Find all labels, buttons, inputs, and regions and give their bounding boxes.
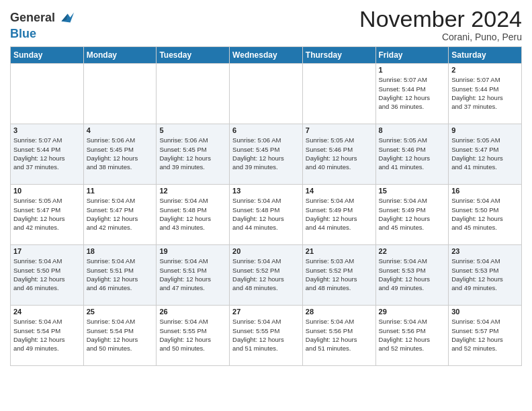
calendar-cell: 3Sunrise: 5:07 AM Sunset: 5:44 PM Daylig…: [11, 124, 84, 185]
calendar-week-row: 10Sunrise: 5:05 AM Sunset: 5:47 PM Dayli…: [11, 185, 522, 245]
day-info: Sunrise: 5:04 AM Sunset: 5:57 PM Dayligh…: [451, 317, 519, 353]
calendar-cell: 1Sunrise: 5:07 AM Sunset: 5:44 PM Daylig…: [375, 64, 449, 124]
calendar-cell: 16Sunrise: 5:04 AM Sunset: 5:50 PM Dayli…: [449, 185, 522, 245]
location-subtitle: Corani, Puno, Peru: [359, 32, 522, 42]
day-info: Sunrise: 5:04 AM Sunset: 5:53 PM Dayligh…: [451, 257, 519, 292]
day-number: 20: [232, 247, 300, 255]
calendar-cell: 27Sunrise: 5:04 AM Sunset: 5:55 PM Dayli…: [230, 306, 303, 366]
calendar-cell: 28Sunrise: 5:04 AM Sunset: 5:56 PM Dayli…: [302, 306, 375, 366]
logo: General Blue: [10, 9, 75, 41]
calendar-cell: [83, 64, 157, 124]
day-number: 2: [451, 66, 519, 74]
col-thursday: Thursday: [302, 47, 375, 64]
day-number: 6: [232, 126, 300, 134]
day-number: 15: [379, 187, 446, 195]
day-info: Sunrise: 5:05 AM Sunset: 5:47 PM Dayligh…: [451, 136, 519, 171]
day-info: Sunrise: 5:04 AM Sunset: 5:48 PM Dayligh…: [159, 196, 226, 232]
day-info: Sunrise: 5:04 AM Sunset: 5:51 PM Dayligh…: [159, 257, 226, 292]
day-info: Sunrise: 5:04 AM Sunset: 5:50 PM Dayligh…: [451, 196, 519, 232]
day-info: Sunrise: 5:04 AM Sunset: 5:55 PM Dayligh…: [159, 317, 226, 353]
day-info: Sunrise: 5:04 AM Sunset: 5:47 PM Dayligh…: [87, 196, 154, 232]
calendar-cell: [302, 64, 375, 124]
day-number: 16: [451, 187, 519, 195]
calendar-cell: 25Sunrise: 5:04 AM Sunset: 5:54 PM Dayli…: [83, 306, 157, 366]
col-wednesday: Wednesday: [230, 47, 303, 64]
calendar-cell: 14Sunrise: 5:04 AM Sunset: 5:49 PM Dayli…: [302, 185, 375, 245]
header-row: Sunday Monday Tuesday Wednesday Thursday…: [11, 47, 522, 64]
day-info: Sunrise: 5:07 AM Sunset: 5:44 PM Dayligh…: [451, 75, 519, 111]
col-saturday: Saturday: [449, 47, 522, 64]
day-number: 30: [451, 308, 519, 316]
day-info: Sunrise: 5:07 AM Sunset: 5:44 PM Dayligh…: [13, 136, 81, 171]
day-number: 18: [87, 247, 154, 255]
day-info: Sunrise: 5:04 AM Sunset: 5:54 PM Dayligh…: [87, 317, 154, 353]
col-friday: Friday: [375, 47, 449, 64]
day-info: Sunrise: 5:04 AM Sunset: 5:56 PM Dayligh…: [306, 317, 373, 353]
day-number: 3: [13, 126, 81, 134]
calendar-cell: 11Sunrise: 5:04 AM Sunset: 5:47 PM Dayli…: [83, 185, 157, 245]
day-number: 29: [379, 308, 446, 316]
day-info: Sunrise: 5:04 AM Sunset: 5:56 PM Dayligh…: [379, 317, 446, 353]
day-info: Sunrise: 5:05 AM Sunset: 5:46 PM Dayligh…: [306, 136, 373, 171]
col-sunday: Sunday: [11, 47, 84, 64]
col-monday: Monday: [83, 47, 157, 64]
day-info: Sunrise: 5:03 AM Sunset: 5:52 PM Dayligh…: [306, 257, 373, 292]
calendar-cell: 26Sunrise: 5:04 AM Sunset: 5:55 PM Dayli…: [157, 306, 230, 366]
calendar-cell: 5Sunrise: 5:06 AM Sunset: 5:45 PM Daylig…: [157, 124, 230, 185]
title-block: November 2024 Corani, Puno, Peru: [359, 7, 522, 42]
calendar-cell: 7Sunrise: 5:05 AM Sunset: 5:46 PM Daylig…: [302, 124, 375, 185]
col-tuesday: Tuesday: [157, 47, 230, 64]
calendar-week-row: 1Sunrise: 5:07 AM Sunset: 5:44 PM Daylig…: [11, 64, 522, 124]
calendar-cell: 29Sunrise: 5:04 AM Sunset: 5:56 PM Dayli…: [375, 306, 449, 366]
day-number: 23: [451, 247, 519, 255]
calendar-cell: 23Sunrise: 5:04 AM Sunset: 5:53 PM Dayli…: [449, 245, 522, 306]
day-info: Sunrise: 5:04 AM Sunset: 5:52 PM Dayligh…: [232, 257, 300, 292]
calendar-cell: 12Sunrise: 5:04 AM Sunset: 5:48 PM Dayli…: [157, 185, 230, 245]
header: General Blue November 2024 Corani, Puno,…: [10, 7, 522, 42]
day-info: Sunrise: 5:04 AM Sunset: 5:50 PM Dayligh…: [13, 257, 81, 292]
calendar-week-row: 24Sunrise: 5:04 AM Sunset: 5:54 PM Dayli…: [11, 306, 522, 366]
calendar-cell: 4Sunrise: 5:06 AM Sunset: 5:45 PM Daylig…: [83, 124, 157, 185]
day-number: 14: [306, 187, 373, 195]
day-number: 22: [379, 247, 446, 255]
day-number: 11: [87, 187, 154, 195]
day-info: Sunrise: 5:06 AM Sunset: 5:45 PM Dayligh…: [232, 136, 300, 171]
calendar-cell: [11, 64, 84, 124]
calendar-cell: [230, 64, 303, 124]
calendar-cell: 2Sunrise: 5:07 AM Sunset: 5:44 PM Daylig…: [449, 64, 522, 124]
calendar-cell: 22Sunrise: 5:04 AM Sunset: 5:53 PM Dayli…: [375, 245, 449, 306]
day-info: Sunrise: 5:04 AM Sunset: 5:48 PM Dayligh…: [232, 196, 300, 232]
calendar-table: Sunday Monday Tuesday Wednesday Thursday…: [10, 46, 522, 366]
day-number: 4: [87, 126, 154, 134]
calendar-cell: 17Sunrise: 5:04 AM Sunset: 5:50 PM Dayli…: [11, 245, 84, 306]
day-number: 10: [13, 187, 81, 195]
calendar-cell: 18Sunrise: 5:04 AM Sunset: 5:51 PM Dayli…: [83, 245, 157, 306]
day-info: Sunrise: 5:06 AM Sunset: 5:45 PM Dayligh…: [87, 136, 154, 171]
day-number: 24: [13, 308, 81, 316]
day-number: 13: [232, 187, 300, 195]
day-info: Sunrise: 5:04 AM Sunset: 5:54 PM Dayligh…: [13, 317, 81, 353]
calendar-cell: 19Sunrise: 5:04 AM Sunset: 5:51 PM Dayli…: [157, 245, 230, 306]
calendar-cell: 24Sunrise: 5:04 AM Sunset: 5:54 PM Dayli…: [11, 306, 84, 366]
calendar-cell: [157, 64, 230, 124]
calendar-cell: 15Sunrise: 5:04 AM Sunset: 5:49 PM Dayli…: [375, 185, 449, 245]
day-number: 5: [159, 126, 226, 134]
day-number: 26: [159, 308, 226, 316]
day-number: 25: [87, 308, 154, 316]
day-info: Sunrise: 5:07 AM Sunset: 5:44 PM Dayligh…: [379, 75, 446, 111]
calendar-cell: 13Sunrise: 5:04 AM Sunset: 5:48 PM Dayli…: [230, 185, 303, 245]
logo-general-text: General: [10, 11, 55, 25]
calendar-cell: 6Sunrise: 5:06 AM Sunset: 5:45 PM Daylig…: [230, 124, 303, 185]
day-number: 8: [379, 126, 446, 134]
calendar-cell: 10Sunrise: 5:05 AM Sunset: 5:47 PM Dayli…: [11, 185, 84, 245]
day-info: Sunrise: 5:04 AM Sunset: 5:55 PM Dayligh…: [232, 317, 300, 353]
day-number: 7: [306, 126, 373, 134]
day-number: 17: [13, 247, 81, 255]
logo-blue-text: Blue: [10, 28, 75, 41]
day-info: Sunrise: 5:06 AM Sunset: 5:45 PM Dayligh…: [159, 136, 226, 171]
day-number: 28: [306, 308, 373, 316]
day-number: 19: [159, 247, 226, 255]
calendar-cell: 20Sunrise: 5:04 AM Sunset: 5:52 PM Dayli…: [230, 245, 303, 306]
day-info: Sunrise: 5:04 AM Sunset: 5:51 PM Dayligh…: [87, 257, 154, 292]
calendar-cell: 30Sunrise: 5:04 AM Sunset: 5:57 PM Dayli…: [449, 306, 522, 366]
